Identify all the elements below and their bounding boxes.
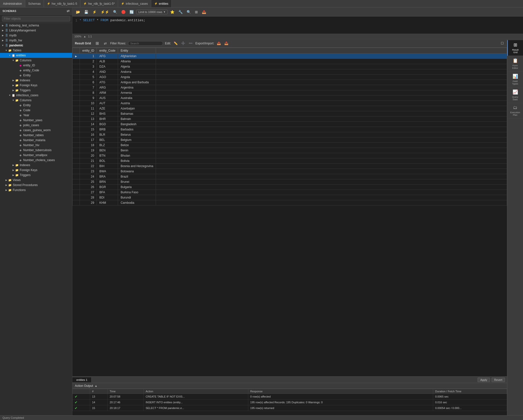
sidebar-item-ic_Number_hiv[interactable]: ◆Number_hiv — [0, 143, 72, 148]
bookmark-button[interactable]: ⭐ — [169, 9, 176, 15]
tab-schemas[interactable]: Schemas — [25, 0, 44, 7]
table-row[interactable]: 29KHMCambodia — [73, 200, 507, 206]
sidebar-item-ic_Year[interactable]: ◆Year — [0, 113, 72, 118]
sidebar-item-ic_Entity[interactable]: ◆Entity — [0, 103, 72, 108]
search-input[interactable] — [2, 16, 70, 21]
refresh-button[interactable]: 🔄 — [128, 9, 135, 15]
table-row[interactable]: 24BRABrazil — [73, 174, 507, 179]
sidebar-item-ic_Number_smallpox[interactable]: ◆Number_smallpox — [0, 153, 72, 158]
save-button[interactable]: 💾 — [83, 9, 90, 15]
sidebar-item-ic_triggers[interactable]: ▶📁Triggers — [0, 173, 72, 178]
tab-hw-task1-5b[interactable]: ⚡ hw_rdb_fp_task1-5* — [80, 0, 118, 7]
sidebar-item-entity_ID[interactable]: ◆entity_ID — [0, 63, 72, 68]
tree-arrow-indexes[interactable]: ▶ — [11, 79, 15, 82]
tree-arrow-stored_procedures[interactable]: ▶ — [4, 184, 8, 186]
execute-button[interactable]: ⚡ — [91, 9, 98, 15]
table-row[interactable]: 11AZEAzerbaijan — [73, 106, 507, 111]
tree-arrow-infectious_cases[interactable]: ▼ — [8, 94, 11, 97]
apply-button[interactable]: Apply — [478, 378, 490, 382]
table-row[interactable]: 14BGDBangladesh — [73, 122, 507, 127]
result-search-input[interactable] — [128, 41, 163, 46]
sidebar-item-ic_Number_malaria[interactable]: ◆Number_malaria — [0, 138, 72, 143]
table-row[interactable]: 9AUSAustralia — [73, 96, 507, 101]
tree-arrow-tables[interactable]: ▼ — [4, 49, 8, 52]
edit-pencil-icon[interactable]: ✏️ — [173, 41, 178, 46]
table-row[interactable]: 21BOLBolivia — [73, 158, 507, 164]
search-button[interactable]: 🔍 — [112, 9, 119, 15]
revert-button[interactable]: Revert — [492, 378, 505, 382]
sidebar-item-ic_polio_cases[interactable]: ◆polio_cases — [0, 123, 72, 128]
table-row[interactable]: ▶1AFGAfghanistan — [73, 54, 507, 59]
export-icon[interactable]: 📤 — [216, 41, 222, 46]
table-row[interactable]: 13BHRBahrain — [73, 116, 507, 122]
sidebar-item-foreign_keys[interactable]: ▶📁Foreign Keys — [0, 83, 72, 88]
table-row[interactable]: 7ARGArgentina — [73, 85, 507, 90]
sidebar-item-ic_Code[interactable]: ◆Code — [0, 108, 72, 113]
right-sidebar-btn-execution-plan[interactable]: 🗂Execution Plan — [507, 103, 523, 118]
tree-arrow-ic_triggers[interactable]: ▶ — [11, 174, 15, 176]
tree-arrow-columns[interactable]: ▼ — [11, 59, 15, 62]
query-editor[interactable]: 1 ● SELECT * FROM pandemic.entities; — [72, 16, 523, 34]
sidebar-item-mydb_hw[interactable]: ▶🗄mydb_hw — [0, 38, 72, 43]
tree-arrow-views[interactable]: ▶ — [4, 179, 8, 181]
tree-arrow-LibraryManagement[interactable]: ▶ — [1, 29, 4, 32]
table-row[interactable]: 12BHSBahamas — [73, 111, 507, 116]
tree-arrow-functions[interactable]: ▶ — [4, 189, 8, 191]
tab-hw-task1-5[interactable]: ⚡ hw_rdb_fp_task1-5 — [44, 0, 80, 7]
table-row[interactable]: 2ALBAlbania — [73, 59, 507, 64]
result-tab-entities1[interactable]: entities 1 — [72, 377, 92, 382]
col-header-entity[interactable]: Entity — [118, 48, 156, 54]
table-row[interactable]: 22BIHBosnia and Herzegovina — [73, 164, 507, 169]
sidebar-item-pandemic[interactable]: ▼🗄pandemic — [0, 43, 72, 48]
sidebar-item-columns[interactable]: ▼📁Columns — [0, 58, 72, 63]
right-sidebar-btn-field-types[interactable]: 📊Field Types — [507, 72, 523, 87]
grid-view-button[interactable]: ⊞ — [94, 40, 100, 46]
right-sidebar-btn-form-editor[interactable]: 📋Form Editor — [507, 56, 523, 72]
table-row[interactable]: 26BGRBulgaria — [73, 185, 507, 190]
sidebar-item-ic_indexes[interactable]: ▶📁Indexes — [0, 163, 72, 168]
sidebar-item-ic_foreign_keys[interactable]: ▶📁Foreign Keys — [0, 168, 72, 173]
table-row[interactable]: 25BRNBrunei — [73, 179, 507, 185]
sidebar-item-mydb[interactable]: ▶🗄mydb — [0, 33, 72, 38]
table-row[interactable]: 6ATGAntigua and Barbuda — [73, 80, 507, 85]
table-row[interactable]: 28BDIBurundi — [73, 195, 507, 200]
tab-infectious-cases[interactable]: ⚡ infectious_cases — [118, 0, 151, 7]
tree-arrow-indexing_test_schema[interactable]: ▶ — [1, 24, 4, 27]
tree-arrow-entities[interactable]: ▼ — [8, 54, 11, 57]
columns-button[interactable]: ⊞ — [193, 9, 199, 15]
tab-entities[interactable]: ⚡ entities — [151, 0, 172, 7]
table-row[interactable]: 10AUTAustria — [73, 101, 507, 106]
tab-administration[interactable]: Administration — [0, 0, 25, 7]
tree-arrow-pandemic[interactable]: ▼ — [1, 44, 4, 47]
sidebar-item-LibraryManagement[interactable]: ▶🗄LibraryManagement — [0, 28, 72, 33]
table-row[interactable]: 20BTNBhutan — [73, 153, 507, 158]
col-header-entity-id[interactable]: entity_ID — [80, 48, 97, 54]
import-icon[interactable]: 📥 — [224, 41, 229, 46]
table-row[interactable]: 3DZAAlgeria — [73, 64, 507, 69]
table-row[interactable]: 19BENBenin — [73, 148, 507, 153]
table-row[interactable]: 18BLZBelize — [73, 143, 507, 148]
sidebar-item-Entity[interactable]: ◆Entity — [0, 73, 72, 78]
table-row[interactable]: 4ANDAndorra — [73, 69, 507, 75]
sidebar-item-ic_Number_rabies[interactable]: ◆Number_rabies — [0, 133, 72, 138]
limit-select[interactable]: Limit to 10000 rows ▼ — [136, 10, 168, 14]
sidebar-item-ic_Number_cholera_cases[interactable]: ◆Number_cholera_cases — [0, 158, 72, 163]
sidebar-item-infectious_cases[interactable]: ▼📋infectious_cases — [0, 93, 72, 98]
action-output-expand-icon[interactable]: ▲ — [95, 384, 98, 388]
sidebar-item-indexing_test_schema[interactable]: ▶🗄indexing_test_schema — [0, 23, 72, 28]
sidebar-item-entities[interactable]: ▼📋entities — [0, 53, 72, 58]
sidebar-item-ic_Number_tuberculosis[interactable]: ◆Number_tuberculosis — [0, 148, 72, 153]
tree-arrow-ic_indexes[interactable]: ▶ — [11, 164, 15, 166]
tree-arrow-mydb_hw[interactable]: ▶ — [1, 39, 4, 42]
table-row[interactable]: 27BFABurkina Faso — [73, 190, 507, 195]
export-button[interactable]: 📤 — [200, 9, 208, 15]
tree-arrow-foreign_keys[interactable]: ▶ — [11, 84, 15, 87]
zoom-up-icon[interactable]: ▲ — [83, 35, 86, 38]
tree-arrow-triggers[interactable]: ▶ — [11, 89, 15, 92]
sidebar-item-tables[interactable]: ▼📁Tables — [0, 48, 72, 53]
col-header-entity-code[interactable]: entity_Code — [97, 48, 118, 54]
sidebar-item-entity_Code[interactable]: ◆entity_Code — [0, 68, 72, 73]
sidebar-item-stored_procedures[interactable]: ▶📁Stored Procedures — [0, 183, 72, 188]
zoom-button[interactable]: 🔍 — [185, 9, 192, 15]
open-button[interactable]: 📂 — [74, 9, 82, 15]
